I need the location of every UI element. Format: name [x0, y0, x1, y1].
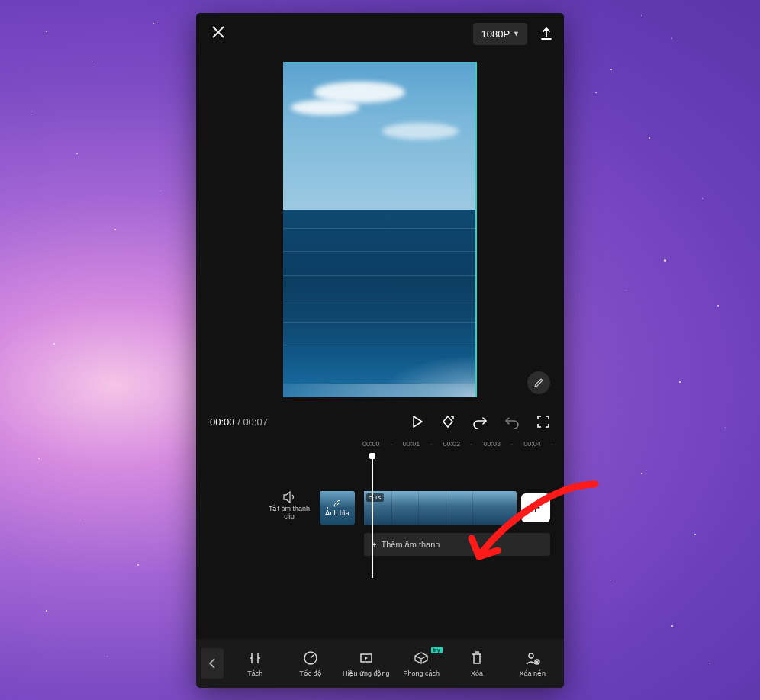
trash-icon: [470, 650, 484, 666]
cover-label: Ảnh bìa: [325, 509, 349, 517]
cover-image-button[interactable]: Ảnh bìa: [320, 491, 355, 525]
plus-icon: +: [531, 498, 541, 518]
pencil-icon: [333, 499, 342, 508]
export-icon: [539, 27, 553, 40]
close-button[interactable]: [207, 21, 230, 47]
ruler-tick: 00:03: [483, 440, 523, 448]
chevron-down-icon: ▼: [513, 30, 520, 37]
speed-tool[interactable]: Tốc độ: [284, 650, 338, 677]
pencil-icon: [533, 377, 544, 388]
top-right-controls: 1080P ▼: [473, 23, 553, 45]
style-icon: [413, 650, 430, 666]
play-button[interactable]: [411, 415, 423, 429]
playback-controls: [411, 414, 550, 429]
bottom-toolbar: Tách Tốc độ Hiệu ứng động try Phong cách…: [196, 639, 564, 688]
fullscreen-icon: [536, 415, 550, 429]
ruler-tick: 00:01: [403, 440, 443, 448]
undo-button[interactable]: [472, 415, 488, 429]
svg-point-2: [529, 653, 533, 658]
mute-label: Tắt âm thanh clip: [268, 506, 311, 521]
tool-label: Tốc độ: [299, 669, 322, 677]
export-button[interactable]: [539, 27, 553, 40]
chevron-left-icon: [208, 657, 216, 669]
split-tool[interactable]: Tách: [228, 650, 282, 677]
phone-frame: 1080P ▼: [196, 13, 564, 688]
add-audio-label: Thêm âm thanh: [381, 540, 440, 549]
video-clip[interactable]: 5.1s: [364, 491, 500, 525]
preview-sky: [283, 62, 477, 210]
add-audio-button[interactable]: + Thêm âm thanh: [364, 533, 550, 556]
back-button[interactable]: [201, 648, 224, 679]
tool-label: Phong cách: [404, 669, 440, 677]
top-bar: 1080P ▼: [196, 13, 564, 51]
tool-label: Xóa: [471, 669, 483, 677]
playback-bar: 00:00 / 00:07: [196, 408, 564, 435]
resolution-label: 1080P: [481, 28, 510, 40]
undo-icon: [472, 415, 488, 429]
redo-icon: [504, 415, 520, 429]
time-ruler[interactable]: 00:00 00:01 00:02 00:03 00:04: [196, 435, 564, 452]
video-editor-app: 1080P ▼: [196, 13, 564, 688]
preview-ocean: [283, 210, 477, 397]
animation-icon: [359, 650, 374, 666]
playhead[interactable]: [372, 454, 373, 578]
ruler-tick: 00:02: [443, 440, 484, 448]
total-time: 00:07: [243, 416, 268, 428]
edit-preview-button[interactable]: [527, 371, 550, 394]
split-icon: [247, 650, 262, 666]
tool-label: Tách: [247, 669, 262, 677]
time-display: 00:00 / 00:07: [210, 416, 268, 428]
tool-label: Xóa nền: [519, 669, 546, 677]
fullscreen-button[interactable]: [536, 415, 550, 429]
redo-button[interactable]: [504, 415, 520, 429]
ruler-tick: 00:00: [362, 440, 403, 448]
remove-bg-tool[interactable]: Xóa nền: [505, 650, 559, 677]
remove-bg-icon: [524, 650, 541, 666]
clip-duration-badge: 5.1s: [366, 493, 384, 502]
add-clip-button[interactable]: +: [521, 493, 550, 522]
speaker-icon: [282, 491, 296, 503]
keyframe-icon: [440, 414, 456, 429]
video-preview: [196, 51, 564, 408]
play-icon: [411, 415, 423, 429]
animation-tool[interactable]: Hiệu ứng động: [339, 650, 393, 677]
timeline: Tắt âm thanh clip Ảnh bìa 5.1s: [196, 452, 564, 605]
video-clip-tail[interactable]: [500, 491, 517, 525]
keyframe-button[interactable]: [440, 414, 456, 429]
resolution-button[interactable]: 1080P ▼: [473, 23, 527, 45]
delete-tool[interactable]: Xóa: [450, 650, 504, 677]
speed-icon: [303, 650, 318, 666]
tool-label: Hiệu ứng động: [343, 669, 390, 677]
video-frame[interactable]: [283, 62, 477, 397]
try-badge: try: [431, 647, 443, 653]
ruler-tick: 00:04: [523, 440, 564, 448]
style-tool[interactable]: try Phong cách: [394, 650, 449, 677]
close-icon: [211, 25, 225, 39]
mute-clip-button[interactable]: Tắt âm thanh clip: [268, 491, 311, 525]
current-time: 00:00: [210, 416, 235, 428]
